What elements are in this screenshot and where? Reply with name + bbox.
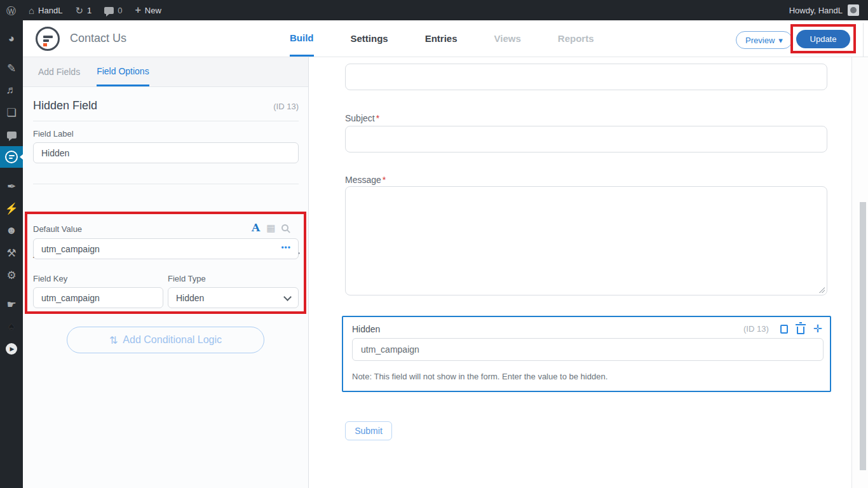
sidebar-item-pages[interactable]: ❏ (0, 102, 23, 123)
delete-trash-icon[interactable] (797, 327, 804, 334)
wp-admin-sidebar: ◕ ✎ ♬ ❏ ✒ ⚡ ☻ ⚒ ⚙ ☛ ♠ ▶ (0, 20, 23, 488)
move-drag-icon[interactable]: ✛ (813, 323, 822, 334)
form-preview-canvas: Subject* Message* Hidden (ID 13) ✛ Note:… (309, 57, 851, 488)
media-icon: ♬ (6, 84, 17, 97)
annotation-box-update: Update (790, 24, 856, 53)
tab-field-options[interactable]: Field Options (97, 57, 149, 86)
sidebar-item-video-plugin[interactable]: ▶ (0, 338, 23, 360)
updates-count: 1 (87, 6, 92, 15)
new-content-menu[interactable]: + New (128, 0, 167, 20)
hidden-field-id-badge: (ID 13) (743, 324, 769, 334)
chevron-down-icon (283, 293, 292, 301)
sidebar-item-settings[interactable]: ⚙ (0, 264, 23, 286)
submit-button[interactable]: Submit (345, 421, 392, 440)
sidebar-item-users[interactable]: ☻ (0, 220, 23, 241)
sidebar-item-dashboard[interactable]: ◕ (0, 28, 23, 50)
more-options-icon[interactable]: ••• (281, 243, 291, 252)
handl-grabber-hand-icon: ☛ (6, 298, 16, 311)
tab-settings[interactable]: Settings (351, 20, 388, 57)
chevron-down-icon: ▾ (778, 36, 783, 45)
spy-icon: ♠ (8, 320, 14, 333)
message-label-text: Message (345, 175, 381, 185)
sidebar-item-comments[interactable] (0, 124, 23, 146)
account-menu[interactable]: Howdy, HandL (789, 4, 868, 16)
sidebar-item-plugins[interactable]: ⚡ (0, 198, 23, 219)
message-field-label: Message* (345, 175, 386, 185)
comments-menu[interactable]: 0 (98, 0, 128, 20)
untitled-field-input[interactable] (345, 64, 827, 90)
tab-build[interactable]: Build (290, 20, 314, 57)
tab-add-fields[interactable]: Add Fields (38, 57, 80, 86)
field-label-label: Field Label (33, 129, 74, 139)
field-type-value: Hidden (176, 293, 204, 303)
field-type-title: Hidden Field (33, 99, 97, 112)
divider (33, 184, 299, 184)
hidden-field-actions: (ID 13) ✛ (743, 323, 822, 334)
sidebar-item-tools[interactable]: ⚒ (0, 242, 23, 264)
hidden-field-block-selected[interactable]: Hidden (ID 13) ✛ Note: This field will n… (342, 316, 831, 392)
tab-views[interactable]: Views (494, 20, 521, 57)
wordpress-logo-icon: Ⓦ (6, 6, 16, 15)
site-name-menu[interactable]: ⌂ HandL (22, 0, 69, 20)
pin-icon: ✎ (7, 62, 16, 75)
conditional-logic-label: Add Conditional Logic (123, 334, 222, 346)
scrollbar-thumb[interactable] (860, 202, 866, 470)
update-button[interactable]: Update (796, 30, 850, 48)
formidable-builder-page: Ⓦ ⌂ HandL ↻ 1 0 + New Howdy, HandL ◕ ✎ ♬… (0, 0, 868, 488)
builder-tabs: Build Settings Entries Views Reports (290, 20, 594, 57)
preview-button[interactable]: Preview ▾ (736, 31, 792, 49)
comment-bubble-icon (7, 132, 17, 139)
avatar (848, 4, 859, 16)
header-divider (863, 23, 864, 57)
sidebar-item-spy-plugin[interactable]: ♠ (0, 316, 23, 337)
field-options-heading: Hidden Field (ID 13) (33, 99, 299, 112)
sidebar-item-formidable[interactable] (0, 146, 23, 168)
vertical-scrollbar[interactable] (852, 20, 868, 488)
divider (33, 121, 299, 121)
new-label: New (145, 6, 161, 15)
preview-label: Preview (745, 36, 775, 45)
hidden-field-note: Note: This field will not show in the fo… (352, 372, 607, 381)
wp-logo-menu[interactable]: Ⓦ (0, 0, 22, 20)
default-value-toolbar: A ▦ (252, 222, 288, 233)
updates-menu[interactable]: ↻ 1 (69, 0, 98, 20)
resize-grip-icon[interactable] (818, 287, 825, 293)
wp-admin-bar: Ⓦ ⌂ HandL ↻ 1 0 + New Howdy, HandL (0, 0, 868, 20)
calculator-icon[interactable]: ▦ (266, 223, 275, 233)
default-value-label: Default Value (33, 224, 82, 234)
form-title: Contact Us (70, 32, 126, 45)
sidebar-item-appearance[interactable]: ✒ (0, 175, 23, 197)
hidden-field-header: Hidden (ID 13) ✛ (352, 323, 822, 334)
hidden-field-value-input[interactable] (352, 338, 824, 361)
field-id-badge: (ID 13) (273, 102, 299, 111)
formidable-logo-icon (36, 27, 60, 51)
tab-reports[interactable]: Reports (558, 20, 594, 57)
pages-icon: ❏ (6, 106, 16, 119)
sidebar-item-handl-utm-grabber[interactable]: ☛ (0, 294, 23, 315)
tab-entries[interactable]: Entries (425, 20, 458, 57)
field-options-panel: Add Fields Field Options Hidden Field (I… (23, 57, 309, 488)
subject-field-label: Subject* (345, 113, 379, 123)
search-icon[interactable] (281, 224, 288, 231)
subject-field-input[interactable] (345, 126, 827, 152)
message-field-textarea[interactable] (345, 186, 827, 295)
tools-wrench-icon: ⚒ (6, 247, 16, 260)
field-key-input[interactable] (33, 287, 163, 308)
panel-tabs: Add Fields Field Options (23, 57, 308, 87)
howdy-text: Howdy, HandL (789, 6, 843, 15)
required-asterisk: * (376, 113, 379, 123)
site-name-label: HandL (38, 6, 62, 15)
add-conditional-logic-button[interactable]: ⇅ Add Conditional Logic (67, 327, 264, 353)
field-key-label: Field Key (33, 274, 67, 283)
field-type-select[interactable]: Hidden (168, 287, 299, 308)
conditional-logic-icon: ⇅ (109, 334, 118, 346)
default-value-input[interactable] (33, 238, 299, 259)
form-builder-header: Contact Us Build Settings Entries Views … (23, 20, 868, 57)
duplicate-icon[interactable] (780, 325, 788, 334)
comments-icon (104, 7, 114, 14)
text-format-icon[interactable]: A (252, 222, 260, 233)
required-asterisk: * (383, 175, 386, 185)
field-label-input[interactable] (33, 142, 299, 163)
sidebar-item-media[interactable]: ♬ (0, 79, 23, 101)
sidebar-item-posts[interactable]: ✎ (0, 57, 23, 79)
